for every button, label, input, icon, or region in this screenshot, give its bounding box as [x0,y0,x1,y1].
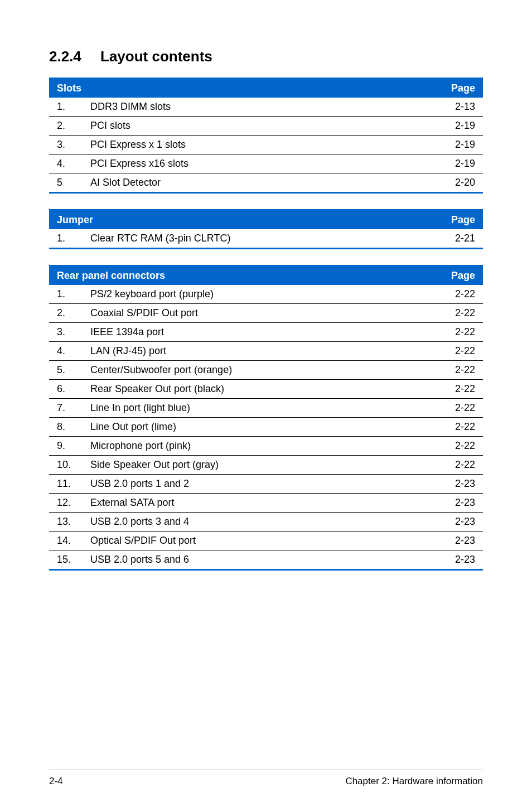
row-index: 9. [49,437,83,456]
table-row: 15.USB 2.0 ports 5 and 62-23 [49,550,483,570]
row-label: PS/2 keyboard port (purple) [83,285,438,304]
row-label: Side Speaker Out port (gray) [83,456,438,475]
row-index: 12. [49,494,83,513]
row-label: Center/Subwoofer port (orange) [83,361,438,380]
row-page: 2-22 [438,285,483,304]
row-label: Microphone port (pink) [83,437,438,456]
row-page: 2-23 [438,475,483,494]
row-label: Clear RTC RAM (3-pin CLRTC) [83,229,438,249]
row-page: 2-22 [438,304,483,323]
row-index: 1. [49,285,83,304]
row-label: AI Slot Detector [83,173,438,193]
row-index: 14. [49,532,83,550]
row-page: 2-19 [438,136,483,154]
table-row: 6.Rear Speaker Out port (black)2-22 [49,380,483,399]
row-label: IEEE 1394a port [83,323,438,342]
row-index: 1. [49,98,83,117]
table-row: 7.Line In port (light blue)2-22 [49,399,483,418]
row-page: 2-22 [438,456,483,475]
row-label: PCI slots [83,117,438,136]
rear-header-page: Page [438,266,483,286]
row-index: 6. [49,380,83,399]
table-row: 3.IEEE 1394a port2-22 [49,323,483,342]
rear-panel-table: Rear panel connectors Page 1.PS/2 keyboa… [49,265,483,571]
row-page: 2-21 [438,229,483,249]
row-index: 10. [49,456,83,475]
row-page: 2-13 [438,98,483,117]
row-index: 4. [49,154,83,173]
row-index: 15. [49,550,83,570]
row-index: 2. [49,117,83,136]
table-row: 3.PCI Express x 1 slots2-19 [49,136,483,154]
table-row: 1.PS/2 keyboard port (purple)2-22 [49,285,483,304]
row-page: 2-23 [438,513,483,532]
row-label: PCI Express x 1 slots [83,136,438,154]
row-page: 2-19 [438,117,483,136]
section-heading: 2.2.4Layout contents [49,48,483,65]
table-row: 13.USB 2.0 ports 3 and 42-23 [49,513,483,532]
table-row: 10.Side Speaker Out port (gray)2-22 [49,456,483,475]
table-row: 4.PCI Express x16 slots2-19 [49,154,483,173]
table-row: 4.LAN (RJ-45) port2-22 [49,342,483,361]
row-label: Line Out port (lime) [83,418,438,437]
row-page: 2-23 [438,550,483,570]
jumper-table: Jumper Page 1.Clear RTC RAM (3-pin CLRTC… [49,209,483,249]
table-row: 5.Center/Subwoofer port (orange)2-22 [49,361,483,380]
row-index: 5 [49,173,83,193]
table-row: 12.External SATA port2-23 [49,494,483,513]
row-index: 3. [49,136,83,154]
footer-page-number: 2-4 [49,776,63,787]
table-row: 1.DDR3 DIMM slots2-13 [49,98,483,117]
row-page: 2-20 [438,173,483,193]
table-row: 8.Line Out port (lime)2-22 [49,418,483,437]
row-index: 7. [49,399,83,418]
table-row: 5AI Slot Detector2-20 [49,173,483,193]
table-row: 2.PCI slots2-19 [49,117,483,136]
row-label: USB 2.0 ports 5 and 6 [83,550,438,570]
row-index: 5. [49,361,83,380]
row-label: PCI Express x16 slots [83,154,438,173]
jumper-header-label: Jumper [49,210,438,230]
row-label: USB 2.0 ports 3 and 4 [83,513,438,532]
row-page: 2-19 [438,154,483,173]
slots-header-page: Page [438,79,483,98]
slots-header-label: Slots [49,79,438,98]
row-index: 13. [49,513,83,532]
row-page: 2-22 [438,323,483,342]
row-index: 11. [49,475,83,494]
row-page: 2-22 [438,361,483,380]
row-label: External SATA port [83,494,438,513]
footer-chapter-label: Chapter 2: Hardware information [345,776,483,787]
slots-table: Slots Page 1.DDR3 DIMM slots2-13 2.PCI s… [49,78,483,194]
table-row: 1.Clear RTC RAM (3-pin CLRTC)2-21 [49,229,483,249]
row-page: 2-22 [438,418,483,437]
row-index: 8. [49,418,83,437]
table-row: 11.USB 2.0 ports 1 and 22-23 [49,475,483,494]
row-label: Coaxial S/PDIF Out port [83,304,438,323]
row-label: Optical S/PDIF Out port [83,532,438,550]
row-label: DDR3 DIMM slots [83,98,438,117]
table-row: 9.Microphone port (pink)2-22 [49,437,483,456]
row-page: 2-23 [438,532,483,550]
row-index: 3. [49,323,83,342]
row-index: 1. [49,229,83,249]
row-label: LAN (RJ-45) port [83,342,438,361]
section-title-text: Layout contents [100,48,212,65]
row-index: 2. [49,304,83,323]
row-page: 2-22 [438,342,483,361]
row-index: 4. [49,342,83,361]
page-footer: 2-4 Chapter 2: Hardware information [0,770,532,787]
section-number: 2.2.4 [49,48,100,65]
row-label: Line In port (light blue) [83,399,438,418]
table-row: 2.Coaxial S/PDIF Out port2-22 [49,304,483,323]
rear-header-label: Rear panel connectors [49,266,438,286]
row-page: 2-22 [438,437,483,456]
row-label: Rear Speaker Out port (black) [83,380,438,399]
row-label: USB 2.0 ports 1 and 2 [83,475,438,494]
table-row: 14.Optical S/PDIF Out port2-23 [49,532,483,550]
row-page: 2-23 [438,494,483,513]
row-page: 2-22 [438,399,483,418]
row-page: 2-22 [438,380,483,399]
jumper-header-page: Page [438,210,483,230]
